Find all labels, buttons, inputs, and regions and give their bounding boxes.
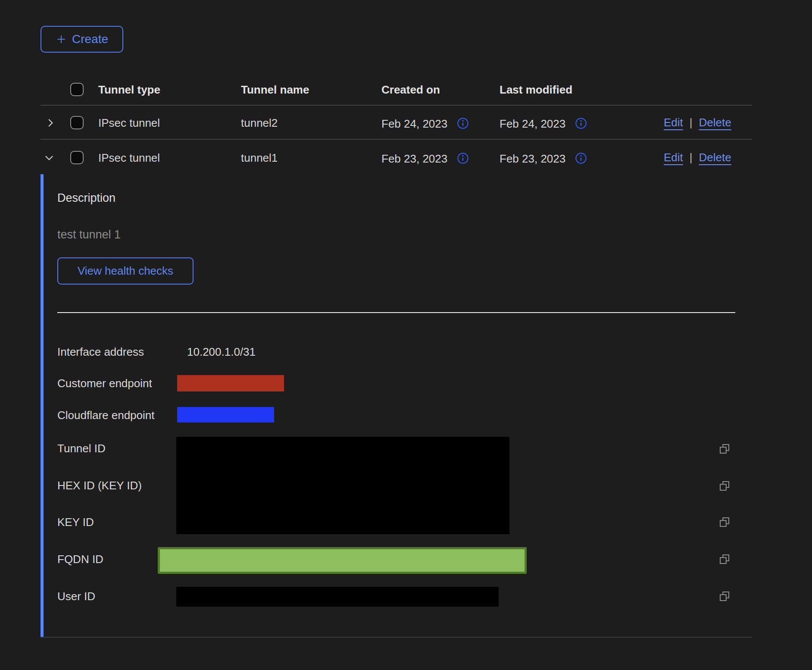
info-icon[interactable] bbox=[457, 117, 469, 132]
redacted-fqdn-id-value bbox=[158, 547, 527, 574]
row-checkbox[interactable] bbox=[70, 151, 84, 164]
field-label-customer-endpoint: Customer endpoint bbox=[57, 376, 152, 390]
section-divider bbox=[57, 312, 735, 313]
redacted-user-id-value bbox=[176, 587, 499, 607]
chevron-right-icon[interactable] bbox=[45, 117, 56, 128]
redacted-cloudflare-endpoint-value bbox=[177, 407, 274, 423]
last-modified-cell: Feb 24, 2023 bbox=[500, 116, 587, 131]
copy-fqdn-id-button[interactable] bbox=[718, 553, 731, 566]
field-label-interface-address: Interface address bbox=[57, 345, 144, 359]
field-label-cloudflare-endpoint: Cloudflare endpoint bbox=[57, 408, 155, 422]
tunnel-type-cell: IPsec tunnel bbox=[98, 116, 160, 130]
info-icon[interactable] bbox=[575, 117, 587, 132]
create-button-label: Create bbox=[72, 32, 108, 46]
created-on-cell: Feb 23, 2023 bbox=[381, 151, 469, 166]
plus-icon bbox=[56, 34, 67, 45]
field-label-tunnel-id: Tunnel ID bbox=[57, 441, 106, 455]
column-header-last-modified: Last modified bbox=[500, 83, 572, 97]
field-label-key-id: KEY ID bbox=[57, 515, 94, 529]
row-actions: Edit | Delete bbox=[664, 116, 731, 129]
last-modified-date: Feb 23, 2023 bbox=[500, 152, 565, 166]
description-label: Description bbox=[57, 191, 116, 205]
column-header-tunnel-type: Tunnel type bbox=[98, 83, 160, 97]
edit-link[interactable]: Edit bbox=[664, 116, 683, 129]
copy-key-id-button[interactable] bbox=[718, 516, 731, 529]
created-on-date: Feb 24, 2023 bbox=[381, 117, 447, 131]
redacted-ids-block bbox=[176, 437, 509, 534]
tunnel-type-cell: IPsec tunnel bbox=[98, 151, 160, 165]
last-modified-cell: Feb 23, 2023 bbox=[500, 151, 587, 166]
select-all-checkbox[interactable] bbox=[70, 83, 84, 96]
created-on-cell: Feb 24, 2023 bbox=[381, 116, 469, 131]
edit-link[interactable]: Edit bbox=[664, 151, 683, 164]
created-on-date: Feb 23, 2023 bbox=[381, 152, 447, 166]
panel-bottom-divider bbox=[41, 637, 752, 638]
row-divider bbox=[41, 139, 752, 140]
view-health-checks-button[interactable]: View health checks bbox=[57, 257, 194, 285]
description-value: test tunnel 1 bbox=[57, 228, 121, 241]
copy-user-id-button[interactable] bbox=[718, 590, 731, 603]
header-divider bbox=[41, 105, 752, 106]
column-header-created-on: Created on bbox=[381, 83, 440, 97]
column-header-tunnel-name: Tunnel name bbox=[241, 83, 309, 97]
last-modified-date: Feb 24, 2023 bbox=[500, 117, 565, 131]
tunnel-name-cell: tunnel2 bbox=[241, 116, 278, 130]
row-actions: Edit | Delete bbox=[664, 151, 731, 164]
create-button[interactable]: Create bbox=[41, 26, 123, 53]
field-value-interface-address: 10.200.1.0/31 bbox=[187, 345, 256, 359]
ipsec-tunnels-page: Create Tunnel type Tunnel name Created o… bbox=[0, 0, 812, 670]
actions-separator: | bbox=[690, 116, 693, 129]
info-icon[interactable] bbox=[457, 152, 469, 167]
chevron-down-icon[interactable] bbox=[44, 152, 55, 163]
field-label-user-id: User ID bbox=[57, 589, 95, 603]
redacted-customer-endpoint-value bbox=[177, 375, 284, 391]
delete-link[interactable]: Delete bbox=[699, 116, 731, 129]
delete-link[interactable]: Delete bbox=[699, 151, 731, 164]
expanded-row-indicator bbox=[41, 174, 44, 637]
field-label-hex-id: HEX ID (KEY ID) bbox=[57, 479, 142, 492]
tunnel-name-cell: tunnel1 bbox=[241, 151, 278, 165]
field-label-fqdn-id: FQDN ID bbox=[57, 552, 103, 566]
info-icon[interactable] bbox=[575, 152, 587, 167]
actions-separator: | bbox=[690, 151, 693, 164]
copy-tunnel-id-button[interactable] bbox=[718, 442, 731, 455]
row-checkbox[interactable] bbox=[70, 116, 84, 129]
copy-hex-id-button[interactable] bbox=[718, 479, 731, 492]
